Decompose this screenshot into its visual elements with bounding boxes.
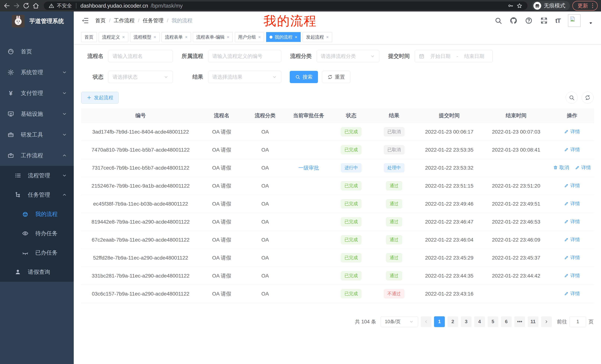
current-task-link[interactable]: 一级审批 — [298, 165, 319, 171]
tab-label: 发起流程 — [306, 34, 324, 40]
breadcrumb-workflow[interactable]: 工作流程 — [114, 17, 135, 24]
forward-arrow-icon[interactable] — [13, 2, 20, 9]
row-action-link[interactable]: 详情 — [564, 236, 580, 243]
avatar[interactable] — [568, 14, 581, 27]
start-date-input[interactable]: 开始日期 — [426, 53, 455, 59]
close-icon[interactable]: × — [258, 35, 261, 39]
cell-end-time: 2022-01-22 23:44:42 — [482, 267, 550, 285]
page-number-button[interactable]: 5 — [488, 316, 498, 327]
close-icon[interactable]: × — [154, 35, 156, 39]
cell-submit-time: 2022-01-22 23:51:15 — [416, 177, 482, 195]
row-action-link[interactable]: 详情 — [564, 128, 580, 135]
breadcrumb-task-mgmt[interactable]: 任务管理 — [143, 17, 164, 24]
page-number-button[interactable]: 11 — [528, 316, 538, 327]
page-number-button[interactable]: 6 — [501, 316, 512, 327]
tab[interactable]: 用户分组 × — [235, 32, 264, 42]
page-number-button[interactable]: 3 — [461, 316, 471, 327]
close-icon[interactable]: × — [326, 35, 329, 39]
page-number-button[interactable]: 1 — [434, 316, 445, 327]
search-button[interactable]: 搜索 — [290, 71, 318, 83]
row-action-link[interactable]: 详情 — [564, 272, 580, 279]
tab[interactable]: 流程模型 × — [130, 32, 160, 42]
star-icon[interactable] — [516, 3, 523, 9]
row-action-link[interactable]: 详情 — [564, 218, 580, 225]
row-action-link[interactable]: 详情 — [564, 200, 580, 207]
row-action-link[interactable]: 详情 — [564, 254, 580, 261]
cell-category: OA — [243, 195, 287, 213]
image-placeholder-icon — [570, 16, 576, 22]
next-page-button[interactable] — [541, 316, 552, 327]
goto-page-input[interactable] — [570, 316, 586, 327]
sidebar-item-infrastructure[interactable]: 基础设施 — [0, 104, 74, 124]
tab[interactable]: 流程定义 × — [99, 32, 128, 42]
process-def-input[interactable] — [208, 50, 281, 62]
goto-suffix: 页 — [589, 318, 594, 325]
font-size-icon[interactable]: tT — [555, 17, 561, 24]
close-icon[interactable]: × — [295, 35, 297, 39]
cell-id: 7470a810-7b9b-11ec-b5b7-acde48001122 — [81, 141, 200, 159]
pencil-icon — [564, 201, 569, 206]
breadcrumb-home[interactable]: 首页 — [95, 17, 106, 24]
home-icon[interactable] — [32, 2, 39, 9]
sidebar-item-home[interactable]: 首页 — [0, 41, 74, 62]
hamburger-unfold-icon[interactable] — [81, 17, 89, 25]
search-icon[interactable] — [494, 17, 502, 25]
sidebar-item-devtools[interactable]: 研发工具 — [0, 124, 74, 145]
prev-page-button[interactable] — [421, 316, 431, 327]
create-process-button[interactable]: 发起流程 — [81, 92, 119, 104]
app-title: 芋道管理系统 — [29, 17, 64, 25]
tab[interactable]: 发起流程 × — [303, 32, 332, 42]
row-action-link[interactable]: 详情 — [564, 182, 580, 189]
row-action-link[interactable]: 取消 — [553, 164, 569, 171]
status-select[interactable]: 请选择状态 — [108, 71, 173, 83]
sidebar-item-payment[interactable]: ¥ 支付管理 — [0, 83, 74, 104]
row-action-link[interactable]: 详情 — [564, 146, 580, 153]
toggle-search-button[interactable] — [566, 92, 578, 104]
date-range-picker[interactable]: 开始日期 - 结束日期 — [415, 50, 493, 62]
end-date-input[interactable]: 结束日期 — [460, 53, 489, 59]
sidebar-item-todo-tasks[interactable]: 待办任务 — [0, 224, 74, 243]
result-select[interactable]: 请选择流结果 — [208, 71, 281, 83]
cell-actions: 详情 — [550, 195, 594, 213]
back-arrow-icon[interactable] — [3, 2, 10, 9]
page-number-button[interactable]: 4 — [474, 316, 485, 327]
fullscreen-icon[interactable] — [540, 17, 548, 25]
refresh-table-button[interactable] — [582, 92, 594, 104]
tab[interactable]: 流程表单 × — [161, 32, 191, 42]
category-select[interactable]: 请选择流程分类 — [316, 50, 379, 62]
cell-id: 2152467e-7b9b-11ec-9a1b-acde48001122 — [81, 177, 200, 195]
page-size-select[interactable]: 10条/页 — [381, 316, 418, 327]
tab[interactable]: 流程表单-编辑 × — [193, 32, 233, 42]
row-action-link[interactable]: 详情 — [564, 290, 580, 297]
close-icon[interactable]: × — [227, 35, 229, 39]
help-icon[interactable] — [525, 17, 533, 25]
dots-vertical-icon[interactable] — [590, 3, 596, 9]
sidebar-item-my-process[interactable]: 我的流程 — [0, 204, 74, 224]
reload-icon[interactable] — [23, 2, 30, 9]
row-action-link[interactable]: 详情 — [575, 164, 591, 171]
cell-end-time: 2022-01-23 00:08:41 — [482, 141, 550, 159]
page-number-button[interactable]: ••• — [514, 316, 525, 327]
status-badge: 已完成 — [341, 253, 361, 262]
caret-down-icon[interactable] — [588, 20, 594, 26]
tab[interactable]: 我的流程 × — [266, 32, 301, 42]
sidebar-item-done-tasks[interactable]: 已办任务 — [0, 243, 74, 262]
sidebar-item-workflow[interactable]: 工作流程 — [0, 145, 74, 166]
cell-id: 67c2eaab-7b9a-11ec-a290-acde48001122 — [81, 231, 200, 249]
sidebar-item-process-mgmt[interactable]: 流程管理 — [0, 166, 74, 185]
close-icon[interactable]: × — [185, 35, 188, 39]
reset-button[interactable]: 重置 — [322, 71, 350, 83]
key-icon[interactable] — [507, 3, 514, 9]
page-number-button[interactable]: 2 — [447, 316, 458, 327]
browser-update-button[interactable]: 更新 — [572, 1, 598, 10]
sidebar-item-task-mgmt[interactable]: 任务管理 — [0, 185, 74, 204]
url-bar[interactable]: 不安全 dashboard.yudao.iocoder.cn/bpm/task/… — [44, 1, 527, 10]
sidebar-item-system[interactable]: 系统管理 — [0, 62, 74, 83]
sidebar-item-leave-query[interactable]: 请假查询 — [0, 262, 74, 282]
github-icon[interactable] — [510, 17, 517, 25]
cell-actions: 详情 — [550, 141, 594, 159]
process-name-input[interactable] — [108, 50, 173, 62]
tab[interactable]: 首页 × — [81, 32, 97, 42]
close-icon[interactable]: × — [122, 35, 125, 39]
chevron-down-icon — [164, 75, 169, 79]
